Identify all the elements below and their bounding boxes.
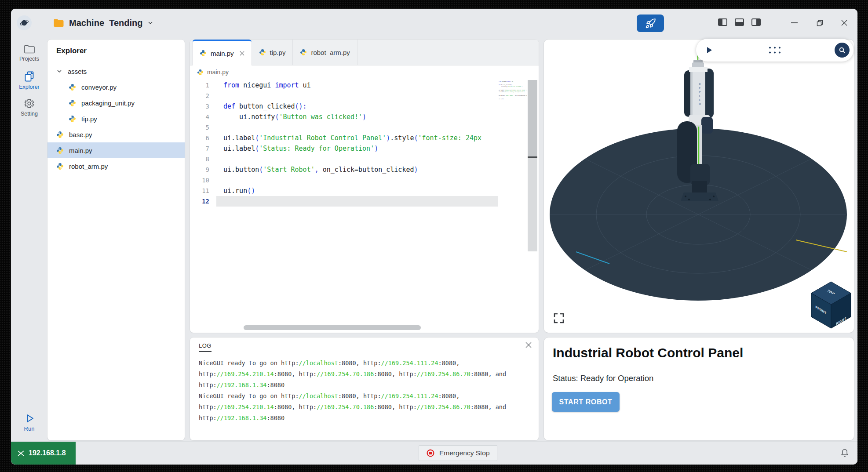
minimap[interactable]: from nicegui import ui def button_clicke… — [499, 81, 527, 102]
tree-item-robot-arm[interactable]: robot_arm.py — [47, 158, 185, 174]
activity-rail: Projects Explorer Setting Run — [11, 37, 47, 442]
python-file-icon — [197, 69, 204, 76]
code-line[interactable]: 5 — [190, 122, 498, 133]
close-tab-icon[interactable] — [240, 51, 244, 56]
code-line[interactable]: 1from nicegui import ui — [190, 80, 498, 91]
tree-item-base[interactable]: base.py — [47, 127, 185, 142]
log-title: LOG — [199, 342, 212, 352]
toggle-bottom-panel-icon[interactable] — [735, 18, 744, 26]
sidebar-item-label: Setting — [21, 111, 38, 117]
line-number: 6 — [190, 133, 216, 143]
editor-tabbar: main.py tip.py robot_arm.py — [190, 40, 539, 65]
sidebar-item-label: Projects — [19, 56, 39, 62]
tree-item-label: main.py — [69, 147, 92, 154]
restore-icon — [816, 19, 824, 27]
fullscreen-button[interactable] — [552, 311, 567, 326]
scrollbar-thumb[interactable] — [244, 325, 421, 330]
breadcrumb-file: main.py — [207, 69, 229, 76]
start-robot-button[interactable]: START ROBOT — [552, 392, 620, 412]
python-file-icon — [259, 49, 266, 56]
tree-item-label: assets — [68, 68, 87, 75]
tree-item-label: conveyor.py — [81, 84, 117, 91]
remote-ip-badge[interactable]: 192.168.1.8 — [11, 442, 76, 465]
tab-label: main.py — [211, 50, 234, 57]
file-tree: assets conveyor.py packaging_unit.py tip… — [47, 63, 185, 174]
line-number: 10 — [190, 175, 216, 185]
ip-address: 192.168.1.8 — [29, 449, 66, 457]
close-log-icon[interactable] — [525, 342, 532, 350]
tab-robot-arm-py[interactable]: robot_arm.py — [293, 40, 357, 65]
tree-item-packaging-unit[interactable]: packaging_unit.py — [47, 95, 185, 111]
chevron-down-icon — [56, 68, 62, 74]
code-line[interactable]: 4 ui.notify('Button was clicked!') — [190, 112, 498, 122]
3d-viewport: TOP FRONT RIGHT KEPLER — [544, 40, 854, 333]
folder-icon — [53, 18, 64, 28]
simulate-play-button[interactable] — [707, 47, 712, 54]
code-line[interactable]: 10 — [190, 175, 498, 185]
code-line[interactable]: 9ui.button('Start Robot', on_click=butto… — [190, 164, 498, 175]
tab-label: tip.py — [270, 49, 286, 56]
search-button[interactable] — [835, 43, 850, 58]
close-window-button[interactable] — [838, 17, 851, 29]
python-file-icon — [56, 131, 64, 138]
sidebar-item-setting[interactable]: Setting — [11, 98, 47, 117]
drag-handle-icon[interactable] — [769, 47, 780, 54]
project-selector[interactable]: Machine_Tending — [53, 15, 153, 31]
restore-button[interactable] — [813, 17, 826, 29]
search-icon — [838, 46, 846, 54]
log-output: NiceGUI ready to go on http://localhost:… — [199, 358, 531, 424]
line-number: 9 — [190, 164, 216, 175]
tree-item-label: tip.py — [81, 115, 97, 123]
code-editor[interactable]: 1from nicegui import ui2 3def button_cli… — [190, 80, 498, 207]
tab-main-py[interactable]: main.py — [192, 40, 252, 65]
line-number: 4 — [190, 112, 216, 122]
deploy-button[interactable] — [637, 15, 664, 32]
remote-connection-icon — [17, 450, 25, 457]
breadcrumb: main.py — [190, 65, 539, 79]
python-file-icon — [300, 49, 307, 56]
robot-control-panel: Industrial Robot Control Panel Status: R… — [544, 338, 854, 440]
minimize-button[interactable] — [788, 17, 801, 29]
code-line[interactable]: 3def button_clicked(): — [190, 101, 498, 112]
code-line[interactable]: 8 — [190, 154, 498, 164]
viewport-toolbar — [696, 39, 853, 62]
line-number: 12 — [190, 196, 216, 207]
python-file-icon — [69, 99, 76, 107]
scrollbar-thumb[interactable] — [528, 80, 537, 156]
tree-item-assets-folder[interactable]: assets — [47, 63, 185, 79]
tree-item-label: packaging_unit.py — [81, 99, 135, 107]
python-file-icon — [56, 147, 64, 154]
toggle-left-panel-icon[interactable] — [718, 18, 727, 26]
emergency-stop-icon — [426, 449, 435, 457]
notifications-bell-icon[interactable] — [840, 448, 850, 460]
3d-scene[interactable]: TOP FRONT RIGHT KEPLER — [544, 40, 854, 333]
log-panel: LOG NiceGUI ready to go on http://localh… — [190, 338, 539, 440]
tab-tip-py[interactable]: tip.py — [252, 40, 293, 65]
projects-folder-icon — [24, 44, 35, 54]
horizontal-scrollbar — [190, 325, 528, 330]
tree-item-main-selected[interactable]: main.py — [47, 142, 185, 158]
code-line[interactable]: 6ui.label('Industrial Robot Control Pane… — [190, 133, 498, 143]
python-file-icon — [69, 115, 76, 123]
code-line[interactable]: 11ui.run() — [190, 185, 498, 196]
sidebar-item-projects[interactable]: Projects — [11, 44, 47, 62]
sidebar-item-explorer[interactable]: Explorer — [11, 71, 47, 90]
line-number: 11 — [190, 185, 216, 196]
code-line[interactable]: 12 — [190, 196, 498, 207]
run-button[interactable]: Run — [11, 413, 47, 432]
code-line[interactable]: 7ui.label('Status: Ready for Operation') — [190, 143, 498, 154]
tree-item-tip[interactable]: tip.py — [47, 111, 185, 127]
toggle-right-panel-icon[interactable] — [751, 18, 761, 26]
emergency-stop-button[interactable]: Emergency Stop — [419, 445, 497, 461]
tree-item-conveyor[interactable]: conveyor.py — [47, 79, 185, 95]
tree-item-label: base.py — [69, 131, 92, 138]
explorer-pages-icon — [24, 71, 35, 82]
view-cube[interactable]: TOP FRONT RIGHT — [811, 282, 851, 328]
code-line[interactable]: 2 — [190, 91, 498, 101]
gear-icon — [24, 98, 35, 109]
explorer-panel: Explorer assets conveyor.py packaging_un… — [47, 40, 185, 440]
project-name: Machine_Tending — [69, 18, 142, 28]
tab-label: robot_arm.py — [311, 49, 350, 56]
play-icon — [24, 413, 35, 424]
status-bar: 192.168.1.8 Emergency Stop — [11, 441, 857, 465]
